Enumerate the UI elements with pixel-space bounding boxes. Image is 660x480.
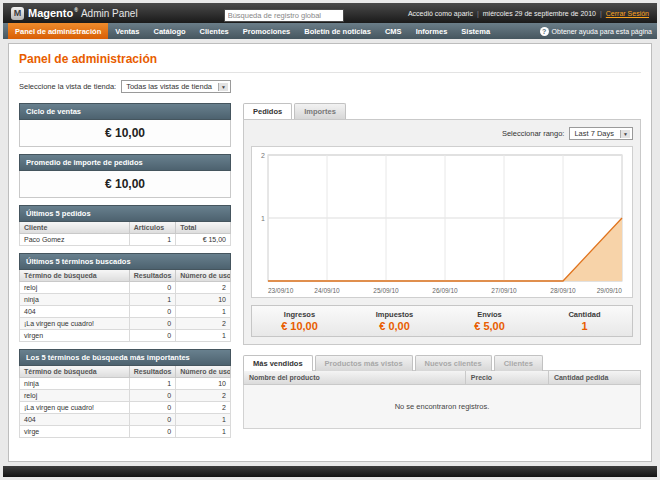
table-cell: 2 [176,282,231,294]
svg-text:28/09/10: 28/09/10 [550,287,576,294]
table-cell: virge [20,426,130,438]
column-header: Artículos [129,222,175,234]
top-header-bar: Magento Admin Panel Accedió como aparic … [3,3,657,23]
main-nav: Panel de administración Ventas Catálogo … [3,23,657,39]
tab-productos-mas-vistos[interactable]: Productos más vistos [315,355,413,371]
svg-text:24/09/10: 24/09/10 [314,287,340,294]
table-cell: 10 [176,378,231,390]
column-header: Cliente [20,222,130,234]
tab-mas-vendidos[interactable]: Más vendidos [243,355,313,371]
area-chart-svg: 1223/09/1024/09/1025/09/1026/09/1027/09/… [252,147,632,297]
logout-link[interactable]: Cerrar Sesión [606,10,649,17]
table-row[interactable]: ¡La virgen que cuadro! 0 2 [20,402,231,414]
table-cell: 1 [129,378,175,390]
store-view-value: Todas las vistas de tienda [126,82,212,91]
table-cell: 0 [129,414,175,426]
tab-importes[interactable]: Importes [294,103,346,119]
column-header: Número de usos [176,270,231,282]
table-row[interactable]: virgen 0 1 [20,330,231,342]
divider: | [600,10,602,17]
products-table-empty: No se encontraron registros. [243,385,641,429]
table-cell: 1 [176,330,231,342]
table-row[interactable]: reloj 0 2 [20,390,231,402]
range-row: Seleccionar rango: Last 7 Days [251,127,633,140]
table-cell: 0 [129,390,175,402]
chevron-down-icon [218,83,228,91]
nav-item-informes[interactable]: Informes [409,23,455,39]
tab-nuevos-clientes[interactable]: Nuevos clientes [415,355,492,371]
table-cell: 1 [176,306,231,318]
block-title: Últimos 5 pedidos [19,205,231,222]
stat-value: 1 [537,320,632,332]
column-header: Cantidad pedida [549,371,640,384]
nav-item-sistema[interactable]: Sistema [454,23,497,39]
stat-label: Impuestos [347,310,442,319]
chart-tabs: Pedidos Importes [243,103,641,119]
last-search-terms-block: Últimos 5 términos buscados Término de b… [19,253,231,342]
footer-bar [3,466,657,477]
table-row[interactable]: ninja 1 10 [20,378,231,390]
tab-clientes[interactable]: Clientes [494,355,543,371]
stat-value: € 0,00 [347,320,442,332]
average-orders-block: Promedio de importe de pedidos € 10,00 [19,154,231,198]
table-cell: 1 [129,294,175,306]
table-cell: virgen [20,330,130,342]
table-row[interactable]: reloj 0 2 [20,282,231,294]
global-search-input[interactable] [224,9,344,22]
table-row[interactable]: ¡La virgen que cuadro! 0 2 [20,318,231,330]
block-title: Los 5 términos de búsqueda más important… [19,349,231,366]
stat-label: Envíos [442,310,537,319]
stat-value: € 10,00 [252,320,347,332]
nav-item-panel-administracion[interactable]: Panel de administración [8,23,108,39]
logged-in-as: Accedió como aparic [408,10,473,17]
dashboard-columns: Ciclo de ventas € 10,00 Promedio de impo… [19,103,641,438]
table-cell: ninja [20,294,130,306]
table-row[interactable]: 404 0 1 [20,414,231,426]
table-cell: ninja [20,378,130,390]
table-cell: € 15,00 [176,234,231,246]
nav-item-ventas[interactable]: Ventas [108,23,146,39]
nav-item-boletin[interactable]: Boletín de noticias [297,23,378,39]
lifetime-sales-value: € 10,00 [19,120,231,147]
help-label: Obtener ayuda para esta página [552,28,652,35]
block-title: Últimos 5 términos buscados [19,253,231,270]
block-title: Promedio de importe de pedidos [19,154,231,171]
tab-pedidos[interactable]: Pedidos [243,103,292,119]
brand-text: Magento Admin Panel [28,7,138,19]
user-area: Accedió como aparic | miércoles 29 de se… [408,10,649,17]
dashboard-main: Pedidos Importes Seleccionar rango: Last… [243,103,641,429]
svg-text:23/09/10: 23/09/10 [268,287,294,294]
table-row[interactable]: 404 0 1 [20,306,231,318]
table-cell: 0 [129,282,175,294]
column-header: Resultados [129,366,175,378]
svg-text:27/09/10: 27/09/10 [491,287,517,294]
table-cell: Paco Gomez [20,234,130,246]
help-link[interactable]: Obtener ayuda para esta página [540,23,652,39]
svg-text:25/09/10: 25/09/10 [373,287,399,294]
store-view-select[interactable]: Todas las vistas de tienda [121,80,231,93]
nav-item-catalogo[interactable]: Catálogo [146,23,192,39]
last-search-terms-table: Término de búsqueda Resultados Número de… [19,270,231,342]
table-cell: 1 [176,414,231,426]
table-row[interactable]: ninja 1 10 [20,294,231,306]
column-header: Número de usos [176,366,231,378]
last-orders-table: Cliente Artículos Total Paco Gomez 1 € 1… [19,222,231,246]
products-table-header: Nombre del producto Precio Cantidad pedi… [243,370,641,385]
column-header: Término de búsqueda [20,366,130,378]
nav-item-clientes[interactable]: Clientes [193,23,236,39]
range-select[interactable]: Last 7 Days [569,127,633,140]
top-search-terms-table: Término de búsqueda Resultados Número de… [19,366,231,438]
column-header: Nombre del producto [244,371,466,384]
table-cell: ¡La virgen que cuadro! [20,402,130,414]
table-row[interactable]: virge 0 1 [20,426,231,438]
table-cell: reloj [20,282,130,294]
store-view-row: Seleccione la vista de tienda: Todas las… [19,80,641,93]
table-cell: 1 [176,426,231,438]
brand-name: Magento [28,7,78,19]
stat-envios: Envíos € 5,00 [442,310,537,332]
nav-item-promociones[interactable]: Promociones [236,23,298,39]
table-row[interactable]: Paco Gomez 1 € 15,00 [20,234,231,246]
table-cell: 404 [20,414,130,426]
nav-item-cms[interactable]: CMS [378,23,409,39]
stat-value: € 5,00 [442,320,537,332]
